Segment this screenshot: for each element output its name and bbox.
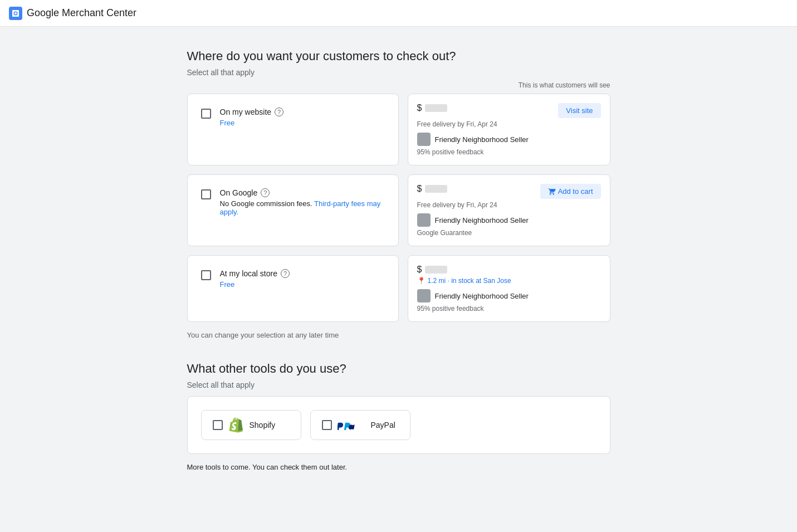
checkout-section-subtitle: Select all that apply xyxy=(187,68,610,77)
app-header: Google Merchant Center xyxy=(0,0,797,27)
help-icon-website[interactable]: ? xyxy=(275,108,283,116)
location-row: 📍 1.2 mi · in stock at San Jose xyxy=(417,277,601,285)
seller-row-google: Friendly Neighborhood Seller xyxy=(417,213,601,227)
main-content: Where do you want your customers to chec… xyxy=(176,27,622,505)
option-desc-google: No Google commission fees. Third-party f… xyxy=(220,199,385,216)
seller-name-google: Friendly Neighborhood Seller xyxy=(435,216,529,224)
merchant-center-icon xyxy=(11,9,20,18)
option-row-google: On Google ? No Google commission fees. T… xyxy=(187,174,610,246)
option-free-local: Free xyxy=(220,280,290,289)
option-text-local: At my local store ? Free xyxy=(220,269,290,289)
header-brand-text: Google Merchant Center xyxy=(27,7,136,19)
option-free-website: Free xyxy=(220,119,284,127)
delivery-text-google: Free delivery by Fri, Apr 24 xyxy=(417,201,601,209)
paypal-icon xyxy=(338,419,365,431)
cart-icon xyxy=(548,188,556,196)
delivery-text-website: Free delivery by Fri, Apr 24 xyxy=(417,120,601,128)
checkbox-paypal[interactable] xyxy=(322,420,332,430)
option-title-google: On Google ? xyxy=(220,188,385,197)
help-icon-local[interactable]: ? xyxy=(281,269,290,278)
visit-site-button[interactable]: Visit site xyxy=(558,103,600,118)
more-tools-text: More tools to come. You can check them o… xyxy=(187,463,610,471)
price-placeholder-google xyxy=(425,185,447,193)
change-note: You can change your selection at any lat… xyxy=(187,331,610,339)
tools-card: Shopify PayPal xyxy=(187,396,610,454)
price-row-google: $ xyxy=(417,184,448,194)
option-title-website: On my website ? xyxy=(220,108,284,116)
price-placeholder-local xyxy=(425,266,447,274)
option-card-google[interactable]: On Google ? No Google commission fees. T… xyxy=(187,174,399,246)
tool-item-shopify[interactable]: Shopify xyxy=(201,410,301,440)
google-guarantee-text: Google Guarantee xyxy=(417,229,601,237)
option-text-website: On my website ? Free xyxy=(220,108,284,127)
price-row-website: $ xyxy=(417,103,448,113)
preview-header-website: $ Visit site xyxy=(417,103,601,118)
help-icon-google[interactable]: ? xyxy=(261,188,270,197)
price-row-local: $ xyxy=(417,265,448,275)
paypal-logo xyxy=(338,419,365,431)
brand-google: Google xyxy=(27,7,59,18)
feedback-website: 95% positive feedback xyxy=(417,148,601,156)
seller-avatar-local xyxy=(417,289,431,302)
seller-avatar-google xyxy=(417,213,431,227)
shopify-icon xyxy=(228,417,244,433)
option-card-local[interactable]: At my local store ? Free xyxy=(187,255,399,322)
shopify-logo xyxy=(228,417,244,433)
checkbox-shopify[interactable] xyxy=(213,420,223,430)
tools-section-subtitle: Select all that apply xyxy=(187,380,610,389)
brand-product: Merchant Center xyxy=(59,7,136,18)
preview-card-website: $ Visit site Free delivery by Fri, Apr 2… xyxy=(408,94,610,165)
checkout-options: On my website ? Free $ Visit site Free d… xyxy=(187,94,610,322)
seller-avatar-website xyxy=(417,133,431,146)
add-to-cart-button[interactable]: Add to cart xyxy=(540,184,601,199)
seller-row-website: Friendly Neighborhood Seller xyxy=(417,133,601,146)
preview-card-google: $ Add to cart Free delivery by Fri, Apr … xyxy=(408,174,610,246)
tool-name-paypal: PayPal xyxy=(371,421,395,429)
option-text-google: On Google ? No Google commission fees. T… xyxy=(220,188,385,216)
option-title-local: At my local store ? xyxy=(220,269,290,278)
seller-name-local: Friendly Neighborhood Seller xyxy=(435,292,529,300)
checkout-section-title: Where do you want your customers to chec… xyxy=(187,49,610,64)
checkbox-local[interactable] xyxy=(201,270,211,280)
checkbox-google[interactable] xyxy=(201,189,211,199)
preview-card-local: $ 📍 1.2 mi · in stock at San Jose Friend… xyxy=(408,255,610,322)
price-placeholder-website xyxy=(425,104,447,112)
app-logo xyxy=(9,7,22,20)
checkbox-website[interactable] xyxy=(201,109,211,119)
option-card-website[interactable]: On my website ? Free xyxy=(187,94,399,165)
tools-grid: Shopify PayPal xyxy=(201,410,596,440)
feedback-local: 95% positive feedback xyxy=(417,305,601,313)
option-row-local: At my local store ? Free $ 📍 1.2 mi · in… xyxy=(187,255,610,322)
preview-label: This is what customers will see xyxy=(187,81,610,89)
preview-header-local: $ xyxy=(417,265,601,275)
preview-header-google: $ Add to cart xyxy=(417,184,601,199)
tool-item-paypal[interactable]: PayPal xyxy=(310,410,410,440)
location-pin-icon: 📍 xyxy=(417,277,426,285)
location-text: 1.2 mi · in stock at San Jose xyxy=(428,277,511,285)
seller-row-local: Friendly Neighborhood Seller xyxy=(417,289,601,302)
seller-name-website: Friendly Neighborhood Seller xyxy=(435,135,529,144)
option-row-website: On my website ? Free $ Visit site Free d… xyxy=(187,94,610,165)
tool-name-shopify: Shopify xyxy=(250,421,276,429)
tools-section-title: What other tools do you use? xyxy=(187,362,610,376)
